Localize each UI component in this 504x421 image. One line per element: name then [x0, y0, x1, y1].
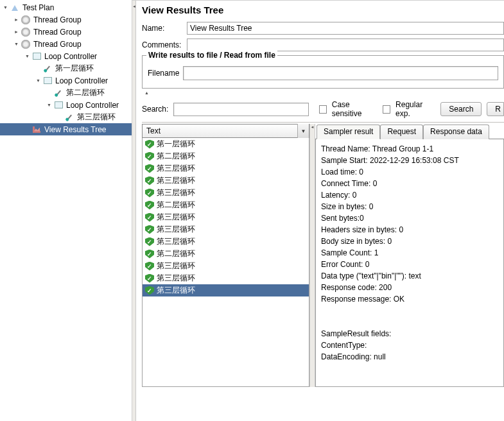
tree-handle-icon[interactable]: ▼ — [46, 102, 52, 108]
tree-item[interactable]: 第二层循环 — [0, 87, 132, 99]
chart-icon — [31, 125, 42, 135]
tree-item[interactable]: ►Thread Group — [0, 26, 132, 38]
horizontal-splitter[interactable]: ◄ — [309, 124, 315, 387]
tree-item[interactable]: 第三层循环 — [0, 111, 132, 123]
result-item-label: 第一层循环 — [157, 139, 195, 150]
tree-item[interactable]: ▼Loop Controller — [0, 99, 132, 111]
vertical-splitter[interactable]: ◄ — [132, 1, 136, 421]
tree-item[interactable]: ▼Loop Controller — [0, 74, 132, 87]
tree-item-label: View Results Tree — [44, 125, 107, 134]
success-shield-icon: ✓ — [145, 213, 154, 222]
loop-icon — [31, 51, 42, 62]
tab-request[interactable]: Request — [380, 125, 423, 139]
result-item[interactable]: ✓第三层循环 — [143, 236, 309, 248]
success-shield-icon: ✓ — [145, 237, 154, 246]
gear-icon — [21, 39, 31, 49]
tree-handle-icon[interactable]: ▼ — [3, 4, 8, 10]
result-item[interactable]: ✓第二层循环 — [143, 199, 309, 211]
success-shield-icon: ✓ — [145, 250, 154, 259]
result-item[interactable]: ✓第三层循环 — [143, 223, 309, 236]
tree-handle-icon[interactable]: ▼ — [24, 53, 30, 59]
comments-input[interactable] — [187, 39, 504, 51]
regex-checkbox[interactable] — [383, 105, 390, 114]
result-item[interactable]: ✓第三层循环 — [143, 260, 309, 272]
success-shield-icon: ✓ — [145, 201, 154, 210]
result-item[interactable]: ✓第二层循环 — [143, 248, 309, 260]
success-shield-icon: ✓ — [145, 164, 154, 173]
renderer-value: Text — [146, 126, 161, 135]
tree-item[interactable]: ▼Test Plan — [0, 1, 132, 13]
detail-line: Size in bytes: 0 — [321, 201, 498, 212]
tree-item[interactable]: 第一层循环 — [0, 62, 132, 74]
result-item-label: 第三层循环 — [157, 236, 195, 247]
tab-sampler-result[interactable]: Sampler result — [317, 125, 380, 139]
tab-response-data[interactable]: Response data — [423, 125, 489, 139]
dropper-icon — [42, 64, 53, 74]
tree-handle-icon[interactable]: ► — [13, 17, 19, 22]
renderer-select[interactable]: Text ▼ — [142, 124, 309, 138]
detail-line: Sample Count: 1 — [321, 247, 498, 259]
tree-handle-icon[interactable]: ► — [13, 29, 19, 35]
search-button[interactable]: Search — [440, 102, 482, 116]
detail-line: DataEncoding: null — [321, 351, 498, 363]
result-item[interactable]: ✓第二层循环 — [143, 150, 309, 162]
loop-icon — [53, 100, 64, 110]
collapse-up-icon: ▲ — [144, 90, 149, 95]
search-label: Search: — [142, 105, 168, 114]
gear-icon — [21, 27, 31, 37]
tree-item[interactable]: ►Thread Group — [0, 13, 132, 26]
tree-item-label: Loop Controller — [44, 52, 97, 61]
splitter-arrow-icon: ◄ — [132, 4, 136, 8]
detail-line: Sample Start: 2022-12-29 16:53:08 CST — [321, 155, 498, 166]
success-shield-icon: ✓ — [145, 176, 154, 185]
name-input[interactable] — [187, 22, 504, 35]
result-item-label: 第二层循环 — [157, 200, 195, 210]
detail-line: Response code: 200 — [321, 282, 498, 293]
flask-icon — [10, 3, 20, 13]
tree-handle-icon — [57, 114, 63, 120]
tab-bar: Sampler result Request Response data — [315, 124, 504, 139]
filename-input[interactable] — [183, 66, 498, 80]
result-item[interactable]: ✓第三层循环 — [143, 162, 309, 175]
detail-line: Connect Time: 0 — [321, 178, 498, 189]
result-item[interactable]: ✓第三层循环 — [143, 284, 309, 296]
result-item[interactable]: ✓第三层循环 — [143, 175, 309, 187]
result-list[interactable]: ✓第一层循环✓第二层循环✓第三层循环✓第三层循环✓第三层循环✓第二层循环✓第三层… — [142, 138, 309, 387]
success-shield-icon: ✓ — [145, 225, 154, 234]
success-shield-icon: ✓ — [145, 152, 154, 161]
result-item[interactable]: ✓第三层循环 — [143, 187, 309, 199]
detail-line: ContentType: — [321, 339, 498, 351]
regex-label: Regular exp. — [395, 100, 435, 118]
success-shield-icon: ✓ — [145, 274, 154, 283]
tree-handle-icon[interactable]: ▼ — [13, 41, 19, 47]
result-item-label: 第二层循环 — [157, 151, 195, 162]
tree-handle-icon[interactable]: ▼ — [35, 78, 41, 83]
tree-item[interactable]: View Results Tree — [0, 123, 132, 135]
success-shield-icon: ✓ — [145, 286, 154, 295]
case-sensitive-label: Case sensitive — [332, 100, 378, 118]
collapse-bar[interactable]: ▲ — [142, 90, 504, 95]
tree-item[interactable]: ▼Loop Controller — [0, 50, 132, 62]
tree-item-label: Loop Controller — [55, 76, 108, 85]
success-shield-icon: ✓ — [145, 262, 154, 271]
gear-icon — [21, 15, 31, 25]
success-shield-icon: ✓ — [145, 189, 154, 198]
detail-line — [321, 305, 498, 316]
detail-line: Thread Name: Thread Group 1-1 — [321, 143, 498, 155]
detail-line: Load time: 0 — [321, 166, 498, 178]
case-sensitive-checkbox[interactable] — [319, 105, 327, 114]
detail-line: Error Count: 0 — [321, 259, 498, 270]
result-item[interactable]: ✓第三层循环 — [143, 211, 309, 223]
detail-line: Body size in bytes: 0 — [321, 236, 498, 247]
result-item[interactable]: ✓第一层循环 — [143, 138, 309, 150]
tree-item-label: Thread Group — [33, 28, 82, 37]
main-panel: ◄ View Results Tree Name: Comments: Writ… — [132, 0, 504, 421]
dropdown-icon: ▼ — [297, 124, 309, 138]
name-label: Name: — [142, 24, 187, 33]
result-item[interactable]: ✓第三层循环 — [143, 272, 309, 284]
tree-item-label: Thread Group — [33, 15, 82, 24]
search-input[interactable] — [173, 103, 308, 116]
detail-line: Data type ("text"|"bin"|""): text — [321, 270, 498, 282]
tree-item[interactable]: ▼Thread Group — [0, 38, 132, 50]
search-reset-button[interactable]: R — [487, 102, 504, 116]
